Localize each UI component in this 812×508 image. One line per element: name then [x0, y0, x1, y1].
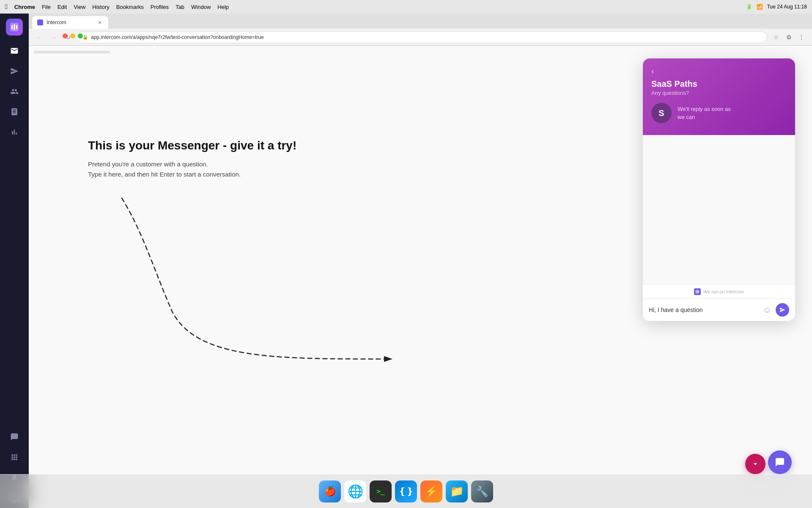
apple-menu[interactable]:  [5, 3, 8, 11]
hero-section: This is your Messenger - give it a try! … [88, 139, 296, 179]
svg-rect-7 [698, 290, 699, 293]
sidebar-logo [6, 19, 23, 36]
svg-marker-4 [384, 356, 392, 362]
sidebar-item-apps[interactable] [6, 449, 23, 466]
menu-history[interactable]: History [92, 4, 109, 10]
svg-rect-5 [696, 290, 697, 293]
forward-button[interactable]: → [48, 32, 59, 43]
svg-rect-1 [11, 25, 13, 29]
dock-item-finder[interactable]: 🍎 [319, 480, 341, 502]
branding-text: We run on Intercom [703, 289, 744, 294]
sidebar-item-contacts[interactable] [6, 83, 23, 100]
dock-item-chrome[interactable]: 🌐 [344, 480, 366, 502]
menu-view[interactable]: View [74, 4, 85, 10]
tab-close-button[interactable]: ✕ [96, 19, 103, 26]
dock: 🍎 🌐 >_ ❴❵ ⚡ 📁 🔧 [0, 474, 812, 508]
tab-bar: Intercom ✕ [29, 14, 812, 29]
hero-line1: Pretend you're a customer with a questio… [88, 159, 296, 169]
messenger-body [643, 135, 795, 284]
messenger-header: ‹ SaaS Paths Any questions? S We'll repl… [643, 58, 795, 135]
dock-item-sequel[interactable]: ⚡ [420, 480, 442, 502]
menu-help[interactable]: Help [217, 4, 229, 10]
menu-bar-right: 🔋 📶 Tue 24 Aug 11:18 [746, 4, 807, 10]
messenger-back-button[interactable]: ‹ [651, 67, 654, 76]
wifi-icon: 📶 [757, 4, 763, 10]
send-button[interactable] [776, 303, 789, 317]
intercom-logo-small [694, 288, 701, 295]
url-text: app.intercom.com/a/apps/nqe7r2fw/test-co… [91, 34, 762, 40]
messenger-brand: SaaS Paths Any questions? [651, 79, 787, 96]
intercom-sidebar: U [0, 14, 29, 508]
hero-subtitle: Pretend you're a customer with a questio… [88, 159, 296, 179]
chat-launcher-button[interactable] [768, 450, 792, 474]
intercom-logo-icon [9, 22, 19, 32]
menu-profiles[interactable]: Profiles [151, 4, 169, 10]
svg-rect-6 [697, 290, 698, 293]
extensions-button[interactable]: ⚙ [783, 32, 794, 43]
browser-frame: Intercom ✕ ← → ↻ 🔒 app.intercom.com/a/ap… [29, 14, 812, 508]
menu-tab[interactable]: Tab [176, 4, 184, 10]
dock-item-files[interactable]: 📁 [446, 480, 468, 502]
menu-bar:  Chrome File Edit View History Bookmark… [0, 0, 812, 14]
maximize-window-button[interactable] [78, 33, 83, 39]
agent-avatar: S [651, 103, 672, 123]
menu-edit[interactable]: Edit [58, 4, 67, 10]
more-button[interactable]: ⋮ [796, 32, 807, 43]
sidebar-item-knowledge[interactable] [6, 103, 23, 120]
back-button[interactable]: ← [34, 32, 45, 43]
menu-bar-left:  Chrome File Edit View History Bookmark… [5, 3, 229, 11]
messenger-company-name: SaaS Paths [651, 79, 787, 89]
message-input[interactable] [649, 306, 759, 313]
messenger-tagline: Any questions? [651, 90, 787, 96]
emoji-button[interactable]: ☺ [763, 305, 771, 315]
messenger-footer: We run on Intercom ☺ [643, 284, 795, 321]
dock-item-vscode[interactable]: ❴❵ [395, 480, 417, 502]
security-icon: 🔒 [82, 34, 88, 40]
address-bar-row: ← → ↻ 🔒 app.intercom.com/a/apps/nqe7r2fw… [29, 29, 812, 46]
agent-reply-text: We'll reply as soon aswe can [678, 105, 731, 121]
hero-title: This is your Messenger - give it a try! [88, 139, 296, 152]
messenger-panel: ‹ SaaS Paths Any questions? S We'll repl… [643, 58, 795, 321]
messenger-branding: We run on Intercom [643, 285, 795, 298]
hero-line2: Type it here, and then hit Enter to star… [88, 169, 296, 179]
close-window-button[interactable] [63, 33, 68, 39]
menu-file[interactable]: File [42, 4, 51, 10]
sidebar-item-messages[interactable] [6, 428, 23, 445]
browser-window: U Intercom ✕ ← → ↻ [0, 14, 812, 508]
svg-rect-3 [16, 25, 17, 29]
clock: Tue 24 Aug 11:18 [767, 4, 807, 10]
menu-bookmarks[interactable]: Bookmarks [116, 4, 144, 10]
expand-button[interactable] [745, 454, 765, 474]
dock-item-util[interactable]: 🔧 [471, 480, 493, 502]
minimize-window-button[interactable] [70, 33, 75, 39]
sidebar-item-reports[interactable] [6, 124, 23, 141]
message-input-row[interactable]: ☺ [643, 298, 795, 321]
messenger-agent-row: S We'll reply as soon aswe can [651, 103, 787, 123]
tab-favicon [37, 19, 43, 25]
svg-rect-2 [14, 24, 15, 30]
dashed-arrow-graphic [80, 190, 409, 367]
main-content: This is your Messenger - give it a try! … [29, 46, 812, 508]
bookmark-button[interactable]: ☆ [771, 32, 782, 43]
sidebar-item-campaigns[interactable] [6, 63, 23, 80]
battery-icon: 🔋 [746, 4, 752, 10]
traffic-lights [63, 33, 83, 39]
browser-tab-intercom[interactable]: Intercom ✕ [32, 16, 108, 29]
menu-chrome[interactable]: Chrome [14, 4, 35, 10]
sidebar-item-inbox[interactable] [6, 42, 23, 59]
tab-title: Intercom [47, 19, 93, 25]
browser-actions: ☆ ⚙ ⋮ [771, 32, 807, 43]
progress-bar [34, 51, 110, 53]
address-bar[interactable]: 🔒 app.intercom.com/a/apps/nqe7r2fw/test-… [77, 31, 767, 43]
dock-item-terminal[interactable]: >_ [370, 480, 392, 502]
menu-window[interactable]: Window [191, 4, 211, 10]
